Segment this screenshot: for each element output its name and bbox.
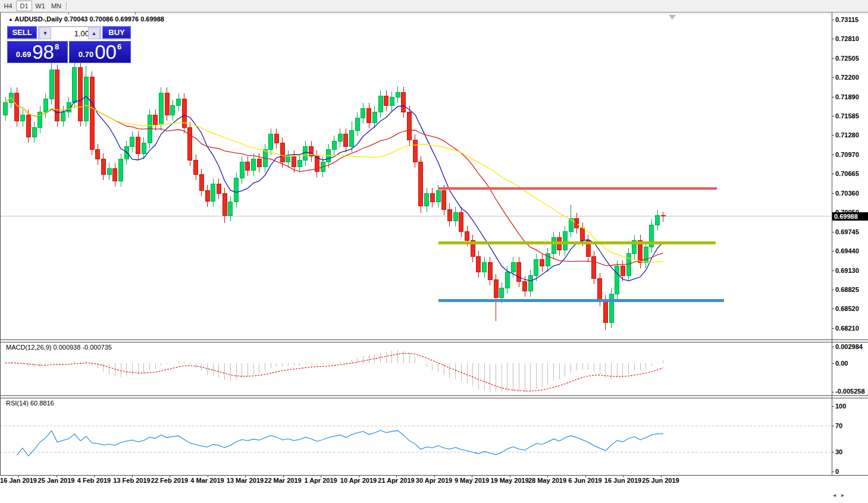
pane-splitter[interactable]	[0, 339, 868, 340]
rsi-axis-label: 0	[835, 468, 839, 475]
price-axis-label: 0.70970	[835, 151, 859, 158]
candles-layer	[4, 59, 666, 330]
buy-price-pip: 6	[117, 42, 121, 51]
axis-tick	[321, 475, 321, 477]
price-axis-label: 0.70360	[835, 190, 859, 197]
axis-tick	[832, 426, 834, 426]
axis-tick	[832, 347, 834, 347]
rsi-pane[interactable]	[0, 398, 832, 475]
sell-price-main: 98	[32, 44, 54, 61]
axis-tick	[18, 475, 19, 477]
current-price-tag: 0.69988	[832, 212, 868, 221]
volume-stepper: ▼ ▲	[38, 26, 101, 39]
axis-tick	[434, 475, 435, 477]
buy-button[interactable]: BUY	[102, 26, 131, 39]
axis-tick	[623, 475, 623, 477]
timeframe-d1-button[interactable]: D1	[16, 1, 32, 11]
rsi-axis-label: 30	[835, 448, 842, 455]
axis-tick	[832, 174, 834, 174]
axis-tick	[832, 135, 834, 136]
chart-shift-marker-icon[interactable]	[669, 15, 676, 20]
axis-tick	[94, 475, 95, 477]
axis-tick	[832, 58, 834, 59]
volume-input[interactable]	[51, 27, 91, 39]
axis-tick	[245, 475, 246, 477]
axis-tick	[832, 232, 834, 232]
axis-tick	[585, 475, 586, 477]
axis-tick	[832, 406, 834, 407]
chart-symbol-title[interactable]: ▲ AUDUSD-,Daily 0.70043 0.70086 0.69976 …	[8, 15, 164, 23]
tab-scroll-right-icon[interactable]: ▸	[841, 492, 844, 498]
tab-scroll-left-icon[interactable]: ◂	[833, 492, 836, 498]
axis-tick	[832, 290, 834, 290]
buy-price-prefix: 0.70	[79, 50, 93, 59]
axis-tick	[283, 475, 284, 477]
axis-tick	[57, 475, 57, 477]
pane-splitter[interactable]	[0, 398, 868, 398]
axis-tick	[832, 155, 834, 155]
price-axis-label: 0.72505	[835, 55, 859, 62]
macd-axis-label: 0.002984	[835, 343, 863, 350]
volume-increase-button[interactable]: ▲	[88, 27, 100, 39]
price-axis-label: 0.69745	[835, 228, 859, 235]
price-axis-label: 0.73115	[835, 16, 858, 23]
axis-tick	[832, 471, 834, 472]
axis-tick	[832, 251, 834, 252]
trade-panel-top-row: SELL ▼ ▲ BUY	[7, 26, 131, 40]
price-axis-label: 0.69440	[835, 247, 859, 254]
one-click-trading-panel: SELL ▼ ▲ BUY 0.69 98 8 0.70 00 6	[7, 26, 131, 63]
timeframe-w1-button[interactable]: W1	[32, 1, 48, 11]
date-axis-label: 25 Jun 2019	[632, 477, 690, 484]
axis-tick	[396, 475, 397, 477]
price-axis-label: 0.68825	[835, 286, 859, 293]
rsi-axis-label: 70	[835, 422, 842, 429]
axis-tick	[510, 475, 510, 477]
price-axis-label: 0.68520	[835, 305, 859, 312]
buy-price-main: 00	[95, 44, 117, 61]
volume-decrease-button[interactable]: ▼	[39, 27, 51, 39]
macd-label: MACD(12,26,9) 0.000938 -0.000735	[6, 344, 112, 351]
symbol-ohlc-values: 0.70043 0.70086 0.69976 0.69988	[64, 15, 164, 23]
axis-tick	[832, 97, 834, 98]
pane-splitter[interactable]	[0, 342, 868, 342]
axis-tick	[472, 475, 472, 477]
axis-tick	[359, 475, 359, 477]
price-axis-label: 0.72810	[835, 35, 859, 42]
axis-tick	[832, 309, 834, 309]
cross-marker: +	[575, 219, 579, 227]
axis-tick	[832, 452, 834, 452]
axis-tick	[832, 20, 834, 20]
macd-signal-line	[5, 353, 663, 391]
sell-price-display[interactable]: 0.69 98 8	[7, 41, 68, 63]
axis-tick	[832, 193, 834, 194]
price-axis-label: 0.71280	[835, 131, 859, 139]
price-axis-label: 0.71585	[835, 112, 859, 120]
sell-button[interactable]: SELL	[7, 26, 37, 39]
symbol-name: AUDUSD-,Daily	[15, 15, 62, 23]
axis-tick	[832, 363, 834, 364]
axis-tick	[547, 475, 548, 477]
price-axis-label: 0.70665	[835, 170, 859, 177]
price-axis-label: 0.72200	[835, 74, 859, 81]
buy-price-display[interactable]: 0.70 00 6	[69, 41, 131, 63]
axis-tick	[832, 328, 834, 329]
timeframe-h4-button[interactable]: H4	[0, 1, 16, 11]
macd-pane[interactable]	[0, 342, 832, 395]
toolbar-divider	[66, 2, 67, 10]
price-axis-label: 0.68210	[835, 325, 859, 332]
axis-tick	[832, 116, 834, 117]
axis-tick	[132, 475, 133, 477]
chart-left-border	[0, 12, 1, 475]
axis-tick	[208, 475, 208, 477]
timeframe-mn-button[interactable]: MN	[48, 1, 64, 11]
timeframe-toolbar: H4 D1 W1 MN	[0, 0, 868, 12]
axis-tick	[170, 475, 170, 477]
collapse-triangle-icon[interactable]: ▲	[8, 17, 13, 22]
axis-tick	[832, 77, 834, 78]
price-axis-label: 0.69130	[835, 267, 859, 274]
macd-axis-label: -0.005258	[835, 388, 865, 395]
pane-splitter[interactable]	[0, 395, 868, 396]
axis-tick	[661, 475, 662, 477]
sell-price-pip: 8	[55, 42, 59, 51]
sell-price-prefix: 0.69	[16, 50, 31, 59]
